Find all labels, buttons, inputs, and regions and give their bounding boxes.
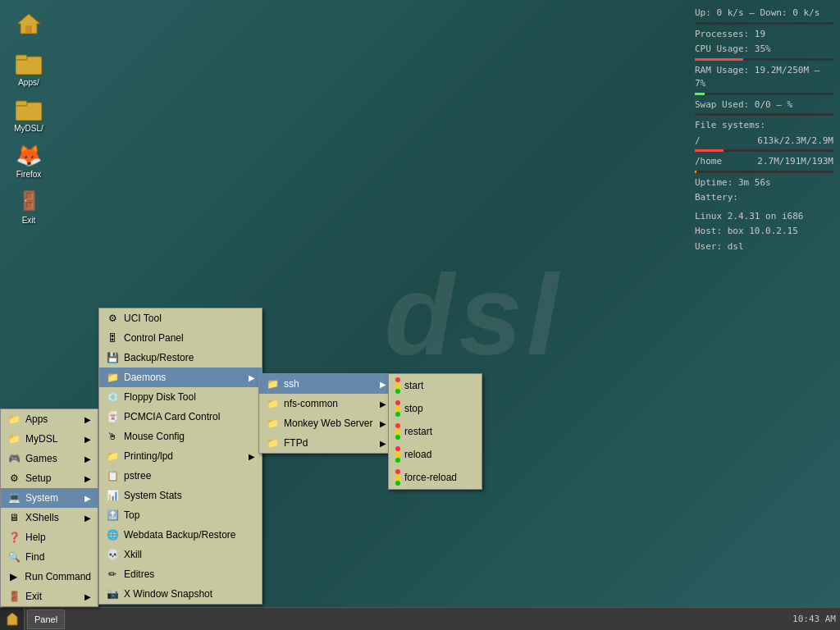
xshells-arrow: ▶ (84, 514, 91, 523)
menu-start[interactable]: start (389, 374, 482, 397)
ssh-actions-menu: start stop restart (388, 373, 482, 490)
monkey-arrow: ▶ (380, 419, 386, 428)
daemons-submenu-container: 📁 ssh ▶ 📁 nfs-common ▶ 📁 Monkey Web Serv… (258, 373, 394, 454)
menu-games[interactable]: 🎮 Games ▶ (1, 449, 98, 468)
menu-stop[interactable]: stop (389, 397, 482, 420)
menu-restart[interactable]: restart (389, 420, 482, 443)
traffic-restart-icon (395, 423, 400, 440)
desktop-icon-area: Apps/ MyDSL/ 🦊 Firefox 🚪 Exit (4, 8, 53, 227)
menu-xkill[interactable]: 💀 Xkill (99, 545, 262, 564)
menu-control-panel[interactable]: 🎛 Control Panel (99, 328, 262, 348)
taskbar-panel-button[interactable]: Panel (27, 609, 65, 629)
monkey-folder-icon: 📁 (266, 417, 279, 430)
mydsl-menu-icon: 📁 (7, 432, 21, 445)
menu-top[interactable]: 🔝 Top (99, 505, 262, 525)
mydsl-folder-icon[interactable]: MyDSL/ (4, 94, 53, 135)
menu-force-reload[interactable]: force-reload (389, 466, 482, 489)
system-menu-container: ⚙ UCI Tool 🎛 Control Panel 💾 Backup/Rest… (98, 308, 262, 605)
menu-backup-restore[interactable]: 💾 Backup/Restore (99, 348, 262, 368)
menu-run-command[interactable]: ▶ Run Command (1, 567, 98, 587)
fs-home-label: /home (695, 155, 722, 169)
menu-system-stats[interactable]: 📊 System Stats (99, 486, 262, 505)
firefox-icon[interactable]: 🦊 Firefox (4, 139, 53, 181)
ssh-arrow: ▶ (380, 380, 386, 389)
setup-icon: ⚙ (7, 472, 21, 485)
menu-reload[interactable]: reload (389, 443, 482, 466)
apps-folder-label: Apps/ (18, 78, 39, 87)
home-icon[interactable] (4, 8, 53, 39)
user-info: User: dsl (695, 240, 833, 254)
uci-tool-icon: ⚙ (106, 312, 119, 325)
menu-xwindow-snap[interactable]: 📷 X Window Snapshot (99, 584, 262, 604)
printing-folder-icon: 📁 (106, 450, 119, 463)
games-icon: 🎮 (7, 452, 21, 465)
traffic-force-reload-icon (395, 469, 400, 486)
ftpd-folder-icon: 📁 (266, 436, 279, 450)
menu-monkey-web[interactable]: 📁 Monkey Web Server ▶ (259, 413, 393, 433)
cpu-usage: CPU Usage: 35% (695, 43, 833, 57)
svg-marker-6 (7, 613, 17, 625)
apps-menu-icon: 📁 (7, 413, 21, 426)
system-arrow: ▶ (84, 494, 91, 503)
menu-ftpd[interactable]: 📁 FTPd ▶ (259, 433, 393, 453)
floppy-icon: 💿 (106, 390, 119, 404)
menu-daemons[interactable]: 📁 Daemons ▶ (99, 368, 262, 387)
run-icon: ▶ (7, 570, 20, 583)
xkill-icon: 💀 (106, 548, 119, 561)
exit-label: Exit (22, 216, 36, 225)
exit-icon[interactable]: 🚪 Exit (4, 185, 53, 227)
menu-find[interactable]: 🔍 Find (1, 547, 98, 567)
menu-xshells[interactable]: 🖥 XShells ▶ (1, 508, 98, 527)
menu-system[interactable]: 💻 System ▶ (1, 488, 98, 508)
ram-usage: RAM Usage: 19.2M/250M – 7% (695, 64, 833, 91)
menu-apps[interactable]: 📁 Apps ▶ (1, 409, 98, 429)
host-info: Host: box 10.0.2.15 (695, 225, 833, 239)
network-status: Up: 0 k/s – Down: 0 k/s (695, 7, 833, 21)
apps-menu-container: 📁 Apps ▶ 📁 MyDSL ▶ 🎮 Games ▶ ⚙ Setup ▶ 💻 (0, 409, 98, 607)
games-arrow: ▶ (84, 454, 91, 463)
mydsl-arrow: ▶ (84, 435, 91, 444)
snapshot-icon: 📷 (106, 587, 119, 600)
menu-editres[interactable]: ✏ Editres (99, 564, 262, 584)
processes: Processes: 19 (695, 28, 833, 42)
menu-printing[interactable]: 📁 Printing/lpd ▶ (99, 446, 262, 466)
menu-pstree[interactable]: 📋 pstree (99, 466, 262, 486)
menu-help[interactable]: ❓ Help (1, 527, 98, 547)
menu-ssh[interactable]: 📁 ssh ▶ (259, 374, 393, 394)
menu-nfs-common[interactable]: 📁 nfs-common ▶ (259, 394, 393, 413)
backup-icon: 💾 (106, 351, 119, 364)
mydsl-folder-label: MyDSL/ (14, 124, 43, 133)
nfs-folder-icon: 📁 (266, 397, 279, 410)
system-submenu: ⚙ UCI Tool 🎛 Control Panel 💾 Backup/Rest… (98, 308, 262, 605)
taskbar-start-button[interactable] (0, 608, 25, 631)
traffic-start-icon (395, 377, 400, 394)
apps-folder-icon[interactable]: Apps/ (4, 48, 53, 89)
exit-arrow: ▶ (84, 592, 91, 601)
desktop: dsl Apps/ (0, 0, 840, 630)
taskbar-tray: 10:43 AM (792, 614, 836, 624)
fs-root-label: / (695, 135, 701, 148)
apps-menu: 📁 Apps ▶ 📁 MyDSL ▶ 🎮 Games ▶ ⚙ Setup ▶ 💻 (0, 409, 98, 607)
taskbar: Panel 10:43 AM (0, 607, 840, 630)
menu-setup[interactable]: ⚙ Setup ▶ (1, 468, 98, 488)
xshells-icon: 🖥 (7, 511, 21, 524)
menu-webdata[interactable]: 🌐 Webdata Backup/Restore (99, 525, 262, 545)
exit-menu-icon: 🚪 (7, 590, 21, 603)
traffic-reload-icon (395, 446, 400, 463)
svg-rect-1 (25, 25, 32, 34)
system-monitor: Up: 0 k/s – Down: 0 k/s Processes: 19 CP… (688, 0, 840, 262)
desktop-watermark: dsl (385, 249, 563, 381)
editres-icon: ✏ (106, 568, 119, 581)
printing-arrow: ▶ (249, 452, 255, 461)
menu-pcmcia[interactable]: 🃏 PCMCIA Card Control (99, 407, 262, 427)
menu-uci-tool[interactable]: ⚙ UCI Tool (99, 308, 262, 328)
daemons-folder-icon: 📁 (106, 371, 119, 384)
menu-exit[interactable]: 🚪 Exit ▶ (1, 587, 98, 606)
setup-arrow: ▶ (84, 474, 91, 483)
pstree-icon: 📋 (106, 469, 119, 482)
menu-floppy[interactable]: 💿 Floppy Disk Tool (99, 387, 262, 407)
menu-mouse-config[interactable]: 🖱 Mouse Config (99, 427, 262, 446)
ssh-actions-container: start stop restart (388, 373, 482, 490)
menu-mydsl[interactable]: 📁 MyDSL ▶ (1, 429, 98, 449)
linux-info: Linux 2.4.31 on i686 (695, 210, 833, 224)
